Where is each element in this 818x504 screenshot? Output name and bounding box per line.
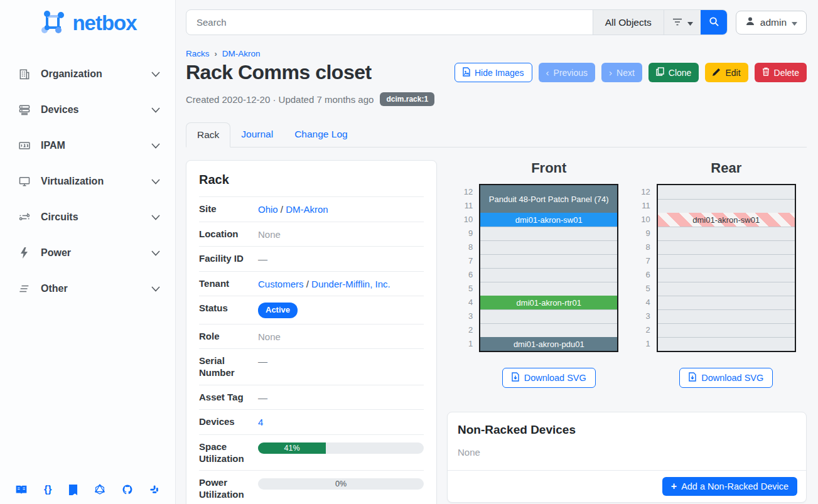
rack-unit-slot[interactable] (480, 309, 617, 323)
non-racked-devices-card: Non-Racked Devices None + Add a Non-Rack… (447, 412, 807, 503)
file-download-icon (689, 372, 696, 383)
sidebar-item-ipam[interactable]: IPAM (9, 133, 169, 158)
header-actions: Hide Images ‹ Previous › Next Clone Ed (455, 63, 807, 82)
sidebar-item-devices[interactable]: Devices (9, 97, 169, 122)
previous-button[interactable]: ‹ Previous (539, 63, 595, 82)
rack-unit-slot[interactable] (480, 240, 617, 254)
tab-change-log[interactable]: Change Log (284, 122, 358, 147)
sidebar-item-organization[interactable]: Organization (9, 62, 169, 87)
netbox-logo-text: netbox (72, 11, 136, 35)
sidebar-item-other[interactable]: Other (9, 276, 169, 301)
unit-number: 6 (458, 268, 479, 282)
non-racked-devices-empty: None (448, 441, 806, 470)
delete-button[interactable]: Delete (755, 63, 807, 82)
front-elevation-title: Front (479, 160, 618, 176)
rack-unit-slot[interactable] (658, 282, 795, 296)
code-braces-icon[interactable]: {} (44, 484, 51, 495)
sidebar-item-circuits[interactable]: Circuits (9, 205, 169, 230)
tab-rack[interactable]: Rack (186, 122, 230, 147)
breadcrumb-site-link[interactable]: DM-Akron (222, 49, 261, 58)
rack-device[interactable]: dmi01-akron-sw01 (480, 213, 617, 227)
add-non-racked-device-button[interactable]: + Add a Non-Racked Device (662, 477, 797, 496)
site-group-link[interactable]: Ohio (258, 204, 278, 215)
clone-button[interactable]: Clone (648, 63, 699, 82)
rack-unit-slot[interactable] (658, 185, 795, 199)
sidebar-item-label: Virtualization (41, 176, 104, 187)
docs-book-icon[interactable] (15, 485, 28, 495)
sidebar-item-label: Organization (41, 68, 102, 80)
rack-unit-slot[interactable] (658, 296, 795, 309)
breadcrumb: Racks › DM-Akron (186, 49, 807, 58)
rear-rack-diagram: dmi01-akron-sw01 (657, 184, 796, 352)
chevron-left-icon: ‹ (546, 68, 549, 77)
netbox-logo-icon (38, 8, 67, 39)
tenant-link[interactable]: Dunder-Mifflin, Inc. (311, 279, 390, 289)
edit-button[interactable]: Edit (705, 63, 748, 82)
space-utilization-fill: 41% (258, 442, 326, 454)
rear-elevation: Rear 121110987654321 dmi01-akron-sw01 Do… (635, 160, 796, 388)
rack-device[interactable]: dmi01-akron-rtr01 (480, 296, 617, 309)
tab-journal[interactable]: Journal (230, 122, 284, 147)
rack-info-card: Rack Site Ohio / DM-Akron Location None … (186, 160, 437, 504)
breadcrumb-separator: › (215, 49, 217, 58)
sidebar-item-power[interactable]: Power (9, 240, 169, 265)
rack-unit-slot[interactable] (658, 337, 795, 351)
site-link[interactable]: DM-Akron (286, 204, 328, 215)
caret-down-icon (687, 17, 693, 28)
rack-unit-slot[interactable] (480, 268, 617, 282)
unit-number: 10 (635, 213, 657, 227)
rear-elevation-title: Rear (657, 160, 796, 176)
rack-unit-slot[interactable] (658, 323, 795, 337)
chevron-down-icon (151, 176, 160, 187)
object-type-selector[interactable]: All Objects (593, 10, 664, 35)
status-badge: Active (258, 303, 298, 318)
search-submit-button[interactable] (701, 9, 728, 35)
sidebar-item-virtualization[interactable]: Virtualization (9, 169, 169, 194)
graphql-icon[interactable] (94, 484, 105, 495)
rack-unit-slot[interactable] (658, 227, 795, 240)
hide-images-button[interactable]: Hide Images (455, 63, 532, 82)
chevron-right-icon: › (609, 68, 612, 77)
front-download-svg-button[interactable]: Download SVG (502, 368, 596, 388)
rack-unit-slot[interactable] (658, 240, 795, 254)
rack-device[interactable]: dmi01-akron-pdu01 (480, 337, 617, 351)
rack-unit-slot[interactable] (658, 199, 795, 213)
journal-icon[interactable] (68, 485, 78, 495)
non-racked-devices-title: Non-Racked Devices (448, 412, 806, 441)
rack-unit-slot[interactable] (480, 254, 617, 268)
unit-number: 3 (458, 309, 479, 323)
netbox-logo[interactable]: netbox (0, 5, 175, 50)
next-button[interactable]: › Next (601, 63, 642, 82)
rack-unit-slot[interactable] (658, 268, 795, 282)
front-elevation: Front 121110987654321 Panduit 48-Port Pa… (458, 160, 618, 388)
sidebar-item-label: Devices (41, 104, 79, 115)
info-row-tenant: Tenant Customers / Dunder-Mifflin, Inc. (199, 271, 424, 296)
search-filter-button[interactable] (664, 10, 701, 35)
info-row-facility-id: Facility ID — (199, 246, 424, 271)
breadcrumb-racks-link[interactable]: Racks (186, 49, 210, 58)
rack-unit-slot[interactable] (658, 309, 795, 323)
info-row-site: Site Ohio / DM-Akron (199, 196, 424, 222)
rear-download-svg-button[interactable]: Download SVG (679, 368, 773, 388)
person-icon (745, 16, 755, 29)
slack-icon[interactable] (149, 485, 160, 495)
sidebar: netbox Organization Devices IPAM (0, 0, 176, 504)
rack-unit-slot[interactable] (480, 282, 617, 296)
info-row-space-utilization: Space Utilization 41% (199, 434, 424, 471)
rack-unit-slot[interactable] (480, 227, 617, 240)
tenant-group-link[interactable]: Customers (258, 279, 304, 289)
rack-unit-slot[interactable] (480, 323, 617, 337)
search-input[interactable] (186, 10, 593, 35)
chevron-down-icon (151, 68, 160, 80)
rack-unit-slot[interactable] (658, 254, 795, 268)
device-count-link[interactable]: 4 (258, 417, 263, 427)
user-menu-button[interactable]: admin (736, 11, 807, 35)
unit-number: 2 (458, 323, 479, 337)
github-icon[interactable] (122, 484, 133, 495)
chevron-down-icon (151, 212, 160, 223)
unit-number: 10 (458, 213, 479, 227)
rack-device[interactable]: Panduit 48-Port Patch Panel (74) (480, 185, 617, 213)
rack-card-title: Rack (199, 173, 424, 196)
rack-device[interactable]: dmi01-akron-sw01 (658, 213, 795, 227)
info-row-status: Status Active (199, 296, 424, 324)
